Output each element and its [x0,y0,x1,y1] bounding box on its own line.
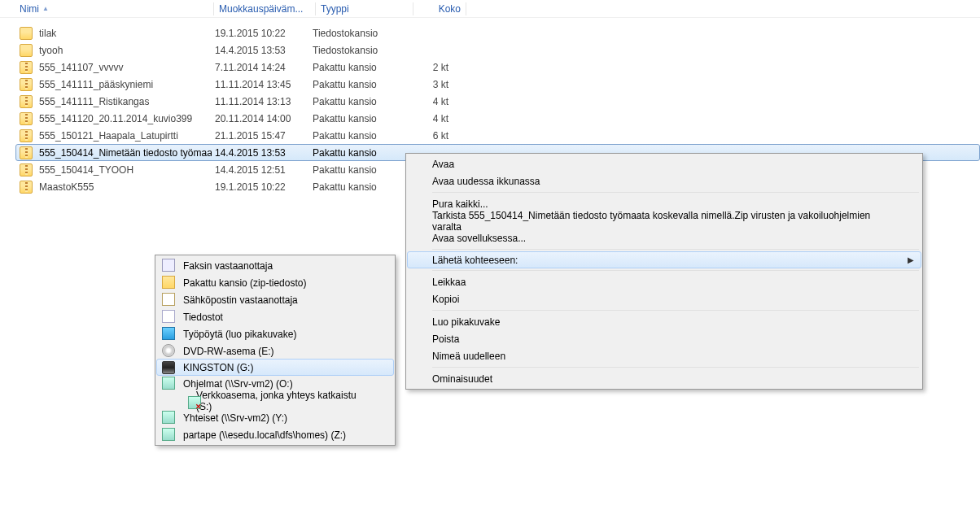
net-icon [162,428,175,441]
menu-separator [432,367,919,368]
file-row[interactable]: 555_141111_Ristikangas11.11.2014 13:13Pa… [16,93,980,110]
sendto-label: Pakattu kansio (zip-tiedosto) [183,277,306,289]
file-name: 555_141111_Ristikangas [39,96,149,107]
sendto-item[interactable]: Verkkoasema, jonka yhteys katkaistu (S:) [157,392,393,409]
menu-separator [432,270,919,271]
sendto-item[interactable]: partape (\\esedu.local\dfs\homes) (Z:) [157,426,393,443]
sendto-item[interactable]: Tiedostot [157,308,393,325]
context-menu-item[interactable]: Lähetä kohteeseen:▶ [407,251,921,268]
dvd-icon [162,344,175,357]
file-date: 19.1.2015 10:22 [212,180,309,194]
column-separator [315,2,316,15]
context-menu-item[interactable]: Avaa sovelluksessa... [408,229,921,246]
context-menu-item[interactable]: Tarkista 555_150414_Nimetään tiedosto ty… [408,212,921,229]
file-date: 20.11.2014 14:00 [212,111,309,126]
context-menu-item[interactable]: Kopioi [408,290,921,307]
fax-icon [162,259,175,272]
header-date[interactable]: Muokkauspäiväm... [216,1,313,17]
sendto-label: partape (\\esedu.local\dfs\homes) (Z:) [183,429,346,441]
sendto-item[interactable]: Pakattu kansio (zip-tiedosto) [157,274,393,291]
mail-icon [162,293,175,306]
zip-icon [20,181,33,194]
desktop-icon [162,327,175,340]
context-menu[interactable]: AvaaAvaa uudessa ikkunassaPura kaikki...… [405,153,923,390]
sendto-item[interactable]: Sähköpostin vastaanottaja [157,291,393,308]
file-date: 19.1.2015 10:22 [212,26,309,41]
header-size[interactable]: Koko [415,1,464,17]
context-menu-label: Nimeä uudelleen [432,351,505,362]
file-row[interactable]: tilak19.1.2015 10:22Tiedostokansio [16,24,980,41]
file-type: Pakattu kansio [309,94,403,109]
sendto-item[interactable]: Faksin vastaanottaja [157,257,393,274]
file-type: Pakattu kansio [309,180,403,194]
file-row[interactable]: 555_150121_Haapala_Latupirtti21.1.2015 1… [16,127,980,144]
column-headers: Nimi ▲ Muokkauspäiväm... Tyyppi Koko [0,0,980,18]
zip-icon [20,61,33,74]
file-type: Pakattu kansio [309,60,403,75]
sendto-label: Faksin vastaanottaja [183,260,273,272]
sendto-label: Tiedostot [183,312,223,323]
header-name[interactable]: Nimi ▲ [16,1,212,17]
menu-separator [432,249,919,250]
context-menu-item[interactable]: Poista [408,330,921,347]
file-date: 11.11.2014 13:13 [212,94,309,109]
zip-icon [162,276,175,289]
file-row[interactable]: tyooh14.4.2015 13:53Tiedostokansio [16,41,980,59]
file-type: Pakattu kansio [309,146,403,160]
file-name: 555_150414_TYOOH [39,164,133,176]
file-type: Pakattu kansio [309,77,403,92]
file-name: 555_141107_vvvvv [39,62,123,73]
context-menu-item[interactable]: Ominaisuudet [408,370,921,387]
file-date: 21.1.2015 15:47 [212,129,309,143]
context-menu-label: Poista [432,333,459,345]
file-name: 555_141111_pääskyniemi [39,79,153,90]
context-menu-label: Leikkaa [432,277,466,288]
usb-icon [162,361,175,374]
file-type: Tiedostokansio [309,26,403,41]
file-row[interactable]: 555_141120_20.11.2014_kuvio39920.11.2014… [16,110,980,127]
file-size [403,32,452,35]
header-name-label: Nimi [20,3,39,15]
context-menu-label: Avaa [432,159,454,170]
sendto-item[interactable]: KINGSTON (G:) [156,359,394,376]
file-row[interactable]: 555_141107_vvvvv7.11.2014 14:24Pakattu k… [16,59,980,76]
netx-icon [188,396,201,409]
context-menu-item[interactable]: Nimeä uudelleen [408,347,921,364]
file-name: MaastoK555 [39,181,94,193]
file-name: 555_141120_20.11.2014_kuvio399 [39,113,192,124]
context-menu-label: Ominaisuudet [432,373,492,385]
menu-separator [432,310,919,311]
context-menu-item[interactable]: Luo pikakuvake [408,313,921,330]
context-menu-label: Avaa uudessa ikkunassa [432,176,540,187]
file-name: 555_150414_Nimetään tiedosto työmaata... [39,147,212,159]
file-size: 6 kt [403,129,452,143]
sendto-item[interactable]: Yhteiset (\\Srv-vm2) (Y:) [157,409,393,426]
context-menu-item[interactable]: Avaa uudessa ikkunassa [408,172,921,190]
folder-icon [20,44,33,57]
context-menu-item[interactable]: Avaa [408,155,921,172]
sendto-label: Sähköpostin vastaanottaja [183,294,298,306]
file-name: 555_150121_Haapala_Latupirtti [39,130,178,142]
file-name: tyooh [39,45,63,56]
file-row[interactable]: 555_141111_pääskyniemi11.11.2014 13:45Pa… [16,76,980,93]
file-size: 3 kt [403,77,452,92]
sendto-submenu[interactable]: Faksin vastaanottajaPakattu kansio (zip-… [155,255,396,446]
context-menu-label: Kopioi [432,294,459,305]
sendto-item[interactable]: Työpöytä (luo pikakuvake) [157,325,393,342]
file-size: 2 kt [403,60,452,75]
context-menu-item[interactable]: Leikkaa [408,273,921,290]
zip-icon [20,163,33,177]
zip-icon [20,112,33,125]
file-type: Tiedostokansio [309,43,403,58]
zip-icon [20,78,33,91]
sendto-label: Työpöytä (luo pikakuvake) [183,329,296,340]
column-separator [413,2,413,15]
file-type: Pakattu kansio [309,111,403,126]
sort-asc-icon: ▲ [42,5,49,12]
doc-icon [162,310,175,323]
context-menu-label: Lähetä kohteeseen: [432,255,518,266]
header-type[interactable]: Tyyppi [317,1,411,17]
file-date: 14.4.2015 12:51 [212,163,309,177]
sendto-item[interactable]: DVD-RW-asema (E:) [157,342,393,360]
zip-icon [20,129,33,142]
